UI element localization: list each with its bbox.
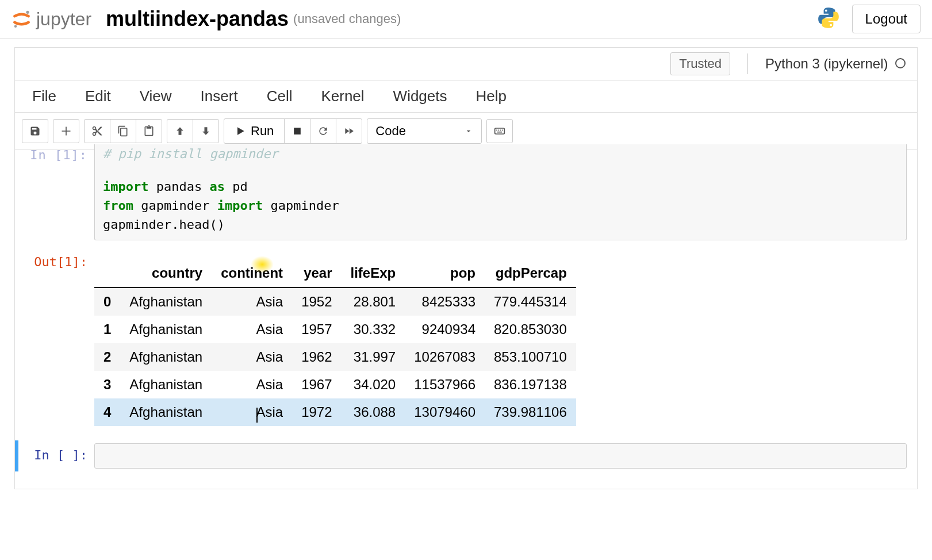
svg-rect-4 — [294, 128, 301, 135]
add-cell-button[interactable] — [53, 119, 79, 143]
svg-rect-9 — [503, 130, 504, 131]
paste-icon — [143, 125, 155, 137]
svg-point-2 — [825, 10, 827, 12]
input-prompt: In [1]: — [25, 148, 94, 237]
code-line-comment: # pip install gapminder — [103, 144, 898, 163]
svg-rect-5 — [495, 128, 505, 134]
save-icon — [29, 125, 41, 137]
code-cell-2[interactable]: In [ ]: — [15, 440, 917, 471]
svg-rect-7 — [498, 130, 500, 131]
scissors-icon — [91, 125, 103, 137]
menu-help[interactable]: Help — [476, 87, 507, 105]
code-line-2: from gapminder import gapminder — [103, 196, 898, 215]
col-index — [94, 259, 120, 287]
logout-button[interactable]: Logout — [852, 5, 921, 33]
cut-button[interactable] — [84, 119, 110, 143]
play-icon — [235, 125, 246, 137]
input-prompt: In [ ]: — [25, 443, 94, 469]
svg-point-0 — [26, 10, 29, 13]
run-button[interactable]: Run — [224, 118, 285, 144]
notebook-container: Trusted Python 3 (ipykernel) File Edit V… — [14, 47, 918, 489]
copy-button[interactable] — [110, 119, 136, 143]
code-line-1: import pandas as pd — [103, 177, 898, 196]
svg-point-3 — [830, 24, 832, 26]
code-input-area[interactable] — [94, 443, 907, 469]
kernel-status-indicator — [895, 58, 906, 68]
code-cell-1[interactable]: In [1]: # pip install gapminder import p… — [15, 151, 917, 243]
cell-type-value: Code — [375, 124, 406, 139]
jupyter-planet-icon — [11, 9, 32, 29]
separator — [747, 53, 748, 74]
kernel-name-container[interactable]: Python 3 (ipykernel) — [765, 56, 906, 72]
save-button[interactable] — [22, 119, 48, 143]
keyboard-icon — [494, 125, 505, 137]
table-header-row: country continent year lifeExp pop gdpPe… — [94, 259, 576, 287]
menu-file[interactable]: File — [32, 87, 56, 105]
table-row: 4 Afghanistan Asia 1972 36.088 13079460 … — [94, 398, 576, 426]
dataframe-output: country continent year lifeExp pop gdpPe… — [94, 259, 576, 426]
col-pop: pop — [405, 259, 485, 287]
notebook-cells-area: In [1]: # pip install gapminder import p… — [15, 151, 917, 489]
trusted-badge[interactable]: Trusted — [670, 52, 730, 75]
col-continent: continent — [212, 259, 292, 287]
move-up-button[interactable] — [167, 119, 193, 143]
col-country: country — [120, 259, 212, 287]
menu-edit[interactable]: Edit — [85, 87, 111, 105]
table-row: 3 Afghanistan Asia 1967 34.020 11537966 … — [94, 371, 576, 398]
menu-kernel[interactable]: Kernel — [321, 87, 364, 105]
table-row: 1 Afghanistan Asia 1957 30.332 9240934 8… — [94, 316, 576, 343]
table-row: 2 Afghanistan Asia 1962 31.997 10267083 … — [94, 343, 576, 371]
jupyter-logo[interactable]: jupyter — [11, 9, 91, 30]
svg-rect-8 — [500, 130, 501, 131]
command-palette-button[interactable] — [486, 119, 513, 143]
col-gdppercap: gdpPercap — [485, 259, 576, 287]
col-year: year — [292, 259, 341, 287]
code-input-area[interactable]: # pip install gapminder import pandas as… — [94, 144, 907, 240]
cell-type-select[interactable]: Code — [367, 118, 482, 144]
kernel-name: Python 3 (ipykernel) — [765, 56, 888, 71]
restart-run-all-button[interactable] — [336, 118, 362, 144]
python-icon — [816, 6, 841, 32]
kernel-bar: Trusted Python 3 (ipykernel) — [15, 48, 917, 80]
page-header: jupyter multiindex-pandas (unsaved chang… — [0, 0, 932, 39]
copy-icon — [117, 125, 129, 137]
svg-rect-10 — [497, 132, 502, 133]
notebook-name[interactable]: multiindex-pandas — [106, 7, 289, 31]
arrow-up-icon — [174, 125, 186, 137]
menu-view[interactable]: View — [140, 87, 172, 105]
chevron-down-icon — [464, 126, 473, 136]
plus-icon — [60, 125, 72, 137]
output-cell-1: Out[1]: country continent year lifeExp p… — [15, 252, 917, 429]
col-lifeexp: lifeExp — [342, 259, 405, 287]
code-line-3: gapminder.head() — [103, 215, 898, 234]
svg-rect-6 — [497, 130, 498, 131]
table-row: 0 Afghanistan Asia 1952 28.801 8425333 7… — [94, 287, 576, 316]
restart-icon — [317, 125, 329, 137]
menu-widgets[interactable]: Widgets — [393, 87, 447, 105]
menu-insert[interactable]: Insert — [201, 87, 238, 105]
stop-icon — [292, 125, 303, 137]
fast-forward-icon — [343, 125, 355, 137]
arrow-down-icon — [200, 125, 212, 137]
output-prompt: Out[1]: — [25, 255, 94, 426]
restart-button[interactable] — [310, 118, 336, 144]
menu-cell[interactable]: Cell — [267, 87, 293, 105]
svg-point-1 — [14, 25, 17, 27]
menu-bar: File Edit View Insert Cell Kernel Widget… — [15, 80, 917, 113]
unsaved-changes-label: (unsaved changes) — [293, 11, 401, 26]
run-label: Run — [251, 124, 274, 139]
paste-button[interactable] — [136, 119, 162, 143]
stop-button[interactable] — [284, 118, 310, 144]
jupyter-logo-text: jupyter — [36, 9, 91, 30]
move-down-button[interactable] — [193, 119, 219, 143]
